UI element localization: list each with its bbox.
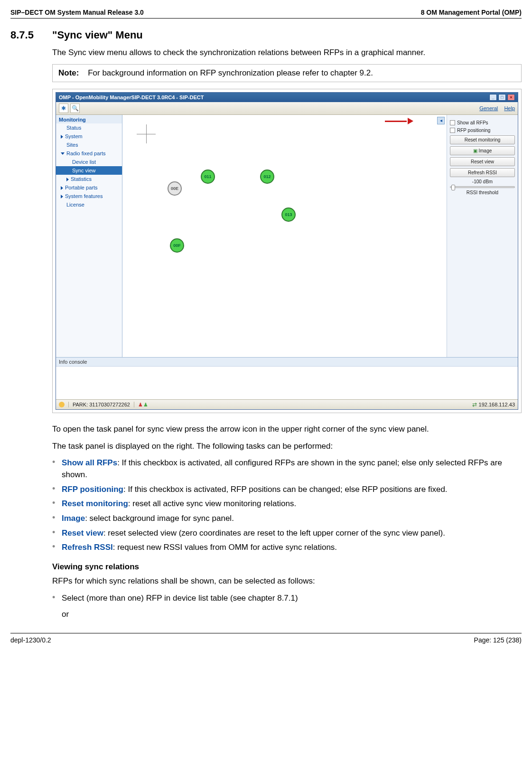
list-item: •Show all RFPs: If this checkbox is acti…	[52, 457, 522, 481]
sub-list: •Select (more than one) RFP in device li…	[52, 593, 522, 621]
rfp-positioning-checkbox[interactable]	[450, 128, 455, 133]
image-button[interactable]: ▣ Image	[450, 146, 515, 155]
sidebar-item-statistics[interactable]: Statistics	[56, 175, 122, 183]
rfp-node-00F[interactable]: 00F	[170, 238, 184, 253]
show-all-rfps-checkbox[interactable]	[450, 120, 455, 125]
park-label: PARK: 31170307272262	[68, 402, 130, 407]
screenshot-container: OMP - OpenMobility ManagerSIP-DECT 3.0RC…	[52, 89, 522, 413]
sidebar-item-label: Radio fixed parts	[66, 151, 106, 156]
rfp-node-013[interactable]: 013	[281, 208, 296, 222]
task-desc: : reset selected view (zero coordinates …	[103, 528, 445, 538]
search-icon[interactable]: 🔍	[70, 104, 80, 113]
bullet-icon: •	[52, 542, 62, 554]
user-red-icon: ♟	[134, 402, 140, 407]
app-window: OMP - OpenMobility ManagerSIP-DECT 3.0RC…	[56, 92, 518, 410]
after-para-2: The task panel is displayed on the right…	[52, 441, 522, 452]
info-console-body	[56, 366, 518, 399]
sidebar-item-system[interactable]: System	[56, 132, 122, 141]
sidebar-heading: Monitoring	[56, 115, 122, 123]
window-title: OMP - OpenMobility ManagerSIP-DECT 3.0RC…	[59, 94, 204, 100]
task-desc: : If this checkbox is activated, RFP pos…	[123, 485, 448, 494]
reset-view-button[interactable]: Reset view	[450, 157, 515, 166]
bullet-icon: •	[52, 513, 62, 525]
list-item: •Image: select background image for sync…	[52, 513, 522, 525]
info-console-header: Info console	[56, 357, 518, 366]
sidebar-item-label: License	[66, 202, 84, 208]
subsection-heading: Viewing sync relations	[52, 562, 522, 572]
sidebar-item-label: System features	[65, 193, 103, 199]
sidebar-item-label: Sync view	[72, 168, 96, 173]
sidebar-item-status[interactable]: Status	[56, 123, 122, 132]
refresh-rssi-button[interactable]: Refresh RSSI	[450, 168, 515, 177]
list-item: •Reset monitoring: reset all active sync…	[52, 498, 522, 510]
sub-item-line: Select (more than one) RFP in device lis…	[62, 593, 522, 604]
bullet-icon: •	[52, 457, 62, 481]
annotation-arrow	[385, 118, 413, 124]
rfp-node-011[interactable]: 011	[201, 170, 215, 184]
task-term: Reset view	[62, 528, 103, 538]
toolbar: ✱ 🔍 General Help	[56, 102, 518, 115]
sidebar-item-label: Portable parts	[65, 185, 97, 190]
sub-item-or: or	[62, 609, 522, 621]
sidebar-item-license[interactable]: License	[56, 200, 122, 209]
chevron-right-icon	[61, 135, 63, 139]
note-label: Note:	[58, 68, 79, 77]
intro-paragraph: The Sync view menu allows to check the s…	[52, 47, 522, 58]
panel-toggle-icon[interactable]: ◂	[437, 117, 445, 124]
sidebar-item-label: Device list	[72, 159, 96, 165]
bullet-icon: •	[52, 593, 62, 621]
note-box: Note: For background information on RFP …	[52, 64, 522, 82]
user-green-icon: ♟	[143, 402, 149, 407]
after-para-1: To open the task panel for sync view pre…	[52, 424, 522, 435]
task-desc: : request new RSSI values from OMM for a…	[113, 543, 337, 552]
dbm-label: -100 dBm	[450, 179, 515, 184]
tasks-list: •Show all RFPs: If this checkbox is acti…	[52, 457, 522, 553]
chevron-down-icon	[61, 152, 65, 155]
task-term: Show all RFPs	[62, 458, 117, 467]
sidebar-item-system-features[interactable]: System features	[56, 192, 122, 200]
ip-label: 192.168.112.43	[479, 402, 515, 407]
task-desc: : If this checkbox is activated, all con…	[62, 458, 502, 479]
task-desc: : select background image for sync panel…	[85, 514, 234, 523]
sidebar-item-sites[interactable]: Sites	[56, 141, 122, 149]
task-term: Refresh RSSI	[62, 543, 113, 552]
task-term: RFP positioning	[62, 485, 123, 494]
minimize-icon[interactable]: _	[489, 94, 497, 101]
sidebar-item-label: Status	[66, 125, 81, 131]
close-icon[interactable]: ×	[507, 94, 515, 101]
rfp-node-012[interactable]: 012	[260, 170, 274, 184]
gear-icon[interactable]: ✱	[59, 104, 68, 113]
footer-right: Page: 125 (238)	[474, 636, 522, 644]
rssi-threshold-label: RSSI threshold	[450, 190, 515, 195]
sidebar-item-label: Statistics	[71, 176, 92, 182]
menu-help[interactable]: Help	[504, 105, 515, 111]
network-icon: ⇄	[472, 401, 477, 408]
rfp-node-00E[interactable]: 00E	[168, 181, 182, 196]
sidebar-item-sync-view[interactable]: Sync view	[56, 166, 122, 175]
footer-left: depl-1230/0.2	[10, 636, 51, 644]
maximize-icon[interactable]: □	[498, 94, 506, 101]
sidebar-item-radio-fixed-parts[interactable]: Radio fixed parts	[56, 149, 122, 158]
bullet-icon: •	[52, 484, 62, 496]
rfp-positioning-label: RFP positioning	[457, 128, 490, 133]
menu-general[interactable]: General	[479, 105, 498, 111]
list-item: •Select (more than one) RFP in device li…	[52, 593, 522, 621]
origin-marker	[137, 124, 156, 143]
sync-canvas[interactable]: 00E01101201300F ◂	[122, 115, 447, 357]
sidebar-item-label: Sites	[66, 142, 78, 148]
key-icon	[59, 402, 65, 407]
list-item: •Refresh RSSI: request new RSSI values f…	[52, 542, 522, 554]
task-term: Image	[62, 514, 85, 523]
bullet-icon: •	[52, 528, 62, 539]
chevron-right-icon	[61, 186, 63, 190]
bullet-icon: •	[52, 498, 62, 510]
rssi-threshold-slider[interactable]	[450, 186, 515, 188]
list-item: •RFP positioning: If this checkbox is ac…	[52, 484, 522, 496]
reset-monitoring-button[interactable]: Reset monitoring	[450, 135, 515, 144]
section-number: 8.7.5	[10, 29, 52, 41]
sidebar-item-device-list[interactable]: Device list	[56, 158, 122, 166]
show-all-rfps-label: Show all RFPs	[457, 120, 488, 125]
sidebar-item-portable-parts[interactable]: Portable parts	[56, 183, 122, 192]
task-desc: : reset all active sync view monitoring …	[128, 499, 296, 508]
sub-para-1: RFPs for which sync relations shall be s…	[52, 575, 522, 587]
